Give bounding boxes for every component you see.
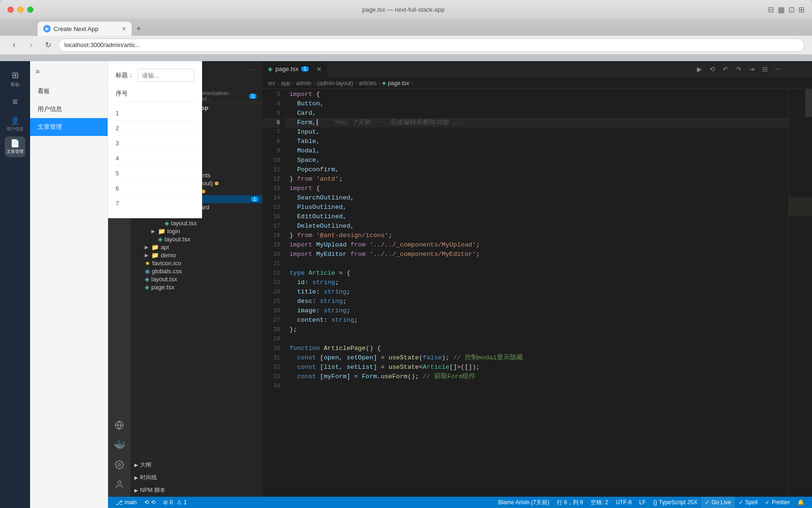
breadcrumb-admin[interactable]: admin: [296, 80, 312, 87]
status-prettier[interactable]: ✓ Prettier: [761, 497, 794, 508]
tab-close-btn[interactable]: ✕: [316, 65, 322, 73]
web-icon-user[interactable]: 👤 用户信息: [5, 114, 25, 135]
status-position[interactable]: 行 6，列 8: [553, 497, 587, 508]
activity-remote[interactable]: [111, 417, 128, 434]
breadcrumb-admin-layout[interactable]: (admin-layout): [317, 80, 353, 87]
ln-29: 29: [262, 334, 280, 344]
status-go-live[interactable]: ✓ Go Live: [701, 497, 734, 508]
tree-item-demo[interactable]: ▶ 📁 demo: [131, 251, 262, 259]
tree-item-globals[interactable]: ◉ globals.css: [131, 267, 262, 275]
ln-32: 32: [262, 363, 280, 372]
undo-icon[interactable]: ↶: [720, 64, 731, 75]
status-encoding[interactable]: UTF-8: [612, 497, 635, 508]
code-view: 3 4 5 6 7 8 9 10 11 12 13 14 15 16: [262, 89, 812, 497]
tree-item-layout-3[interactable]: ◈ layout.tsx: [131, 235, 262, 243]
ln-16: 16: [262, 212, 280, 222]
tree-item-layout-root[interactable]: ◈ layout.tsx: [131, 275, 262, 283]
sidebar-bottom-sections: ▶ 大纲 ▶ 时间线 ▶ NPM 脚本: [131, 458, 262, 497]
line-ending-text: LF: [639, 499, 646, 506]
back-button[interactable]: ‹: [8, 39, 21, 52]
tree-item-layout-root-label: layout.tsx: [151, 276, 177, 283]
tree-item-page-root-label: page.tsx: [151, 284, 174, 291]
tsx-icon-bc: ◈: [382, 80, 386, 86]
layout-icon[interactable]: ⊡: [789, 5, 795, 14]
browser-toolbar: ‹ › ↻ localhost:3000/admin/artic...: [0, 36, 812, 55]
split-icon[interactable]: ⊟: [759, 64, 771, 75]
web-icon-menu[interactable]: ≡: [5, 91, 25, 112]
status-spell[interactable]: ✓ Spell: [735, 497, 762, 508]
more-layout-icon[interactable]: ⊞: [798, 5, 804, 14]
activity-settings[interactable]: [111, 456, 128, 473]
folder-icon-demo: 📁: [151, 252, 159, 259]
ln-27: 27: [262, 316, 280, 325]
split-view-icon[interactable]: ⊟: [768, 5, 774, 14]
code-line-9: Modal,: [286, 146, 789, 156]
sync-icon: ⟲: [144, 499, 149, 506]
editor-tab-page-tsx[interactable]: ◈ page.tsx 1 ✕: [262, 61, 328, 77]
new-tab-button[interactable]: +: [132, 22, 146, 36]
web-icon-kanban[interactable]: ⊞ 看板: [5, 69, 25, 89]
css-icon: ◉: [145, 268, 150, 275]
tab-close-icon[interactable]: ×: [122, 25, 126, 32]
web-menu-kanban[interactable]: 看板: [30, 82, 108, 100]
breadcrumb-page-tsx[interactable]: page.tsx: [388, 80, 409, 87]
ln-7: 7: [262, 127, 280, 137]
scrollbar-thumb[interactable]: [805, 89, 812, 117]
npm-section[interactable]: ▶ NPM 脚本: [131, 484, 262, 497]
minimap-panel: [789, 89, 812, 497]
address-bar[interactable]: localhost:3000/admin/artic...: [58, 39, 804, 52]
outline-label: 大纲: [140, 461, 151, 469]
title-input[interactable]: [138, 69, 195, 82]
web-menu-articles[interactable]: 文章管理: [30, 118, 108, 136]
web-icon-articles[interactable]: 📄 文章管理: [5, 136, 25, 157]
editor-tabs-bar: ◈ page.tsx 1 ✕ ▶ ⟲ ↶ ↷ ⇥ ⊟ ···: [262, 61, 812, 78]
tree-item-layout-4[interactable]: ◈ layout.tsx: [131, 219, 262, 227]
sidebar-more-icon[interactable]: ···: [249, 67, 255, 72]
activity-account[interactable]: [111, 476, 128, 493]
tree-item-login[interactable]: ▶ 📁 login: [131, 227, 262, 235]
breadcrumb-src[interactable]: src: [268, 80, 275, 87]
code-lines[interactable]: import { Button, Card, Form, You, 7天前 · …: [286, 89, 789, 497]
ln-20: 20: [262, 250, 280, 259]
sidebar-toggle-icon[interactable]: ▦: [778, 5, 785, 14]
more-icon-tab[interactable]: ···: [773, 64, 784, 75]
ln-13: 13: [262, 184, 280, 193]
status-sync[interactable]: ⟲ ⟲: [141, 497, 159, 508]
browser-tab[interactable]: ▶ Create Next App ×: [38, 22, 132, 36]
timeline-section[interactable]: ▶ 时间线: [131, 471, 262, 484]
tree-item-favicon[interactable]: ★ favicon.ico: [131, 259, 262, 267]
svg-point-13: [118, 464, 121, 466]
tree-item-page-root[interactable]: ◈ page.tsx: [131, 283, 262, 291]
npm-label: NPM 脚本: [140, 486, 165, 494]
modified-dot-al: [215, 182, 219, 185]
breadcrumb-app[interactable]: app: [281, 80, 290, 87]
ln-5: 5: [262, 109, 280, 118]
forward-icon[interactable]: ⇥: [746, 64, 757, 75]
ln-19: 19: [262, 240, 280, 250]
status-spaces[interactable]: 空格: 2: [587, 497, 612, 508]
seq-row-4: 4: [116, 151, 195, 166]
tree-item-api[interactable]: ▶ 📁 api: [131, 243, 262, 251]
web-menu-user[interactable]: 用户信息: [30, 100, 108, 118]
status-errors[interactable]: ⊘ 0 ⚠ 1: [159, 497, 190, 508]
forward-button[interactable]: ›: [24, 39, 38, 52]
status-language[interactable]: {} TypeScript JSX: [649, 497, 701, 508]
activity-docker[interactable]: 🐳: [111, 437, 128, 453]
minimize-button[interactable]: [17, 7, 23, 13]
close-button[interactable]: [8, 7, 14, 13]
refresh-button[interactable]: ↻: [41, 39, 55, 52]
scrollbar-track[interactable]: [805, 89, 812, 497]
outline-section[interactable]: ▶ 大纲: [131, 459, 262, 471]
redo-icon[interactable]: ↷: [733, 64, 744, 75]
ln-31: 31: [262, 353, 280, 363]
maximize-button[interactable]: [27, 7, 33, 13]
status-branch[interactable]: ⎇ main: [112, 497, 141, 508]
code-line-7: Input,: [286, 127, 789, 137]
status-notification[interactable]: 🔔: [794, 497, 808, 508]
run-icon[interactable]: ▶: [694, 64, 705, 75]
status-line-ending[interactable]: LF: [635, 497, 649, 508]
file-badge-1: 1: [251, 197, 258, 202]
history-icon[interactable]: ⟲: [707, 64, 718, 75]
status-blame[interactable]: Blame Arivin (7天前): [494, 497, 553, 508]
breadcrumb-articles[interactable]: articles: [359, 80, 376, 87]
